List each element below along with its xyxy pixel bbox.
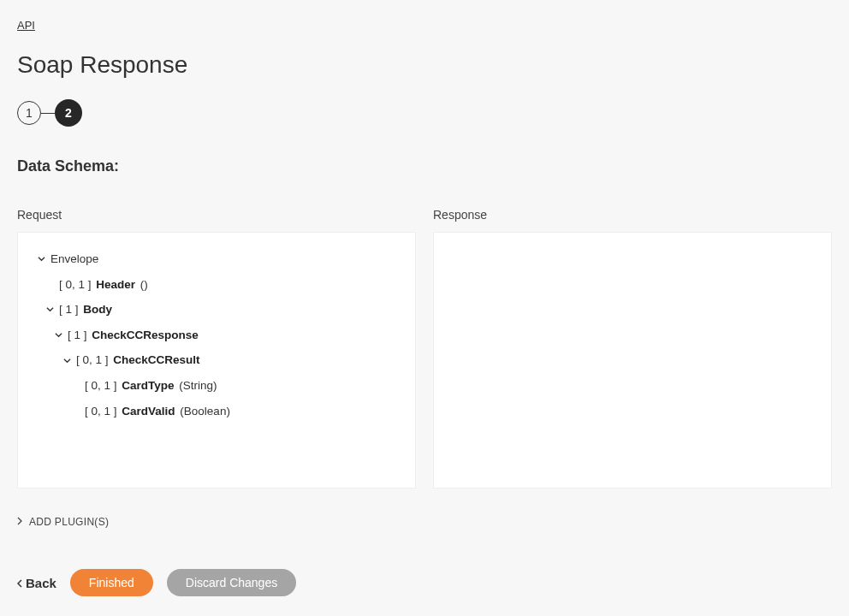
- response-column: Response: [433, 208, 832, 489]
- chevron-down-icon[interactable]: [37, 255, 45, 263]
- finished-button[interactable]: Finished: [70, 569, 153, 596]
- tree-node-label: [ 1 ] Body: [59, 300, 112, 319]
- tree-node-header[interactable]: [ 0, 1 ] Header (): [45, 275, 396, 294]
- section-title: Data Schema:: [17, 157, 832, 175]
- step-connector: [41, 113, 55, 114]
- discard-button[interactable]: Discard Changes: [167, 569, 296, 596]
- tree-node-label: [ 1 ] CheckCCResponse: [68, 326, 199, 345]
- tree-node-card-valid[interactable]: [ 0, 1 ] CardValid (Boolean): [71, 402, 396, 421]
- request-schema-box: Envelope [ 0, 1 ] Header () [ 1 ] Body: [17, 232, 416, 489]
- chevron-left-icon: [17, 576, 22, 590]
- add-plugins[interactable]: ADD PLUGIN(S): [17, 516, 832, 528]
- tree-node-card-type[interactable]: [ 0, 1 ] CardType (String): [71, 376, 396, 395]
- schema-row: Request Envelope [ 0, 1 ] Header (): [17, 208, 832, 489]
- tree-node-label: Envelope: [50, 250, 98, 269]
- tree-node-body[interactable]: [ 1 ] Body: [45, 300, 396, 319]
- tree-node-label: [ 0, 1 ] CardType (String): [85, 376, 217, 395]
- tree-node-checkcc-response[interactable]: [ 1 ] CheckCCResponse: [54, 326, 396, 345]
- chevron-down-icon[interactable]: [45, 305, 54, 313]
- request-column: Request Envelope [ 0, 1 ] Header (): [17, 208, 416, 489]
- chevron-down-icon[interactable]: [54, 331, 62, 339]
- chevron-down-icon[interactable]: [62, 357, 71, 364]
- tree-node-checkcc-result[interactable]: [ 0, 1 ] CheckCCResult: [62, 351, 396, 370]
- breadcrumb-api[interactable]: API: [17, 19, 35, 32]
- tree-node-label: [ 0, 1 ] Header (): [59, 275, 148, 294]
- tree-node-label: [ 0, 1 ] CheckCCResult: [76, 351, 200, 370]
- chevron-right-icon: [17, 516, 22, 528]
- request-label: Request: [17, 208, 416, 222]
- response-schema-box: [433, 232, 832, 489]
- add-plugins-label: ADD PLUGIN(S): [29, 516, 109, 528]
- response-label: Response: [433, 208, 832, 222]
- tree-node-envelope[interactable]: Envelope: [37, 250, 396, 269]
- tree-node-label: [ 0, 1 ] CardValid (Boolean): [85, 402, 230, 421]
- back-label: Back: [26, 576, 56, 590]
- stepper: 1 2: [17, 99, 832, 127]
- back-button[interactable]: Back: [17, 576, 56, 590]
- step-2[interactable]: 2: [55, 99, 82, 127]
- footer-actions: Back Finished Discard Changes: [17, 569, 832, 596]
- step-1[interactable]: 1: [17, 101, 41, 125]
- page-title: Soap Response: [17, 51, 832, 79]
